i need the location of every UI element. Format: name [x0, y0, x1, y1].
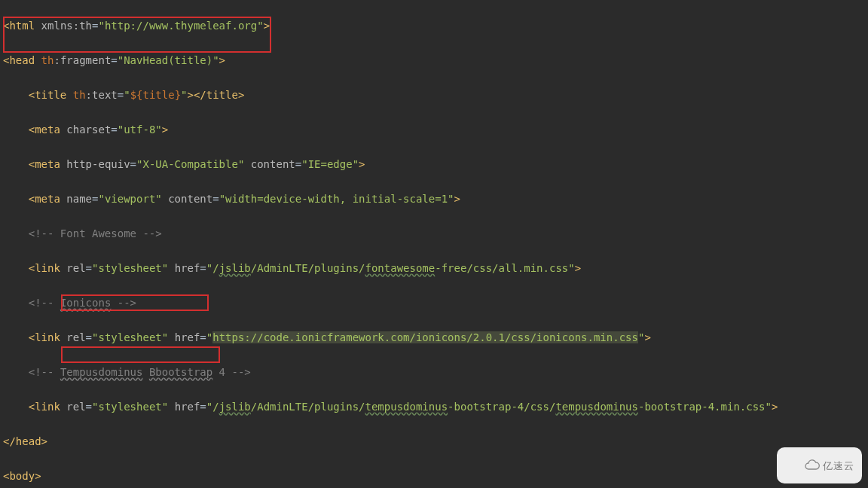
code-line: <!-- Font Awesome -->	[3, 225, 865, 242]
code-line: <meta name="viewport" content="width=dev…	[3, 191, 865, 208]
code-line: <meta http-equiv="X-UA-Compatible" conte…	[3, 156, 865, 173]
watermark: 亿速云	[777, 447, 862, 483]
watermark-text: 亿速云	[823, 457, 854, 474]
code-editor[interactable]: <html xmlns:th="http://www.thymeleaf.org…	[0, 0, 868, 488]
code-line: <html xmlns:th="http://www.thymeleaf.org…	[3, 17, 865, 35]
cloud-icon	[783, 449, 820, 482]
code-line: <link rel="stylesheet" href="/jslib/Admi…	[3, 398, 865, 416]
code-line: <link rel="stylesheet" href="https://cod…	[3, 329, 865, 346]
highlight-box-navfooter	[61, 346, 220, 363]
code-line: </head>	[3, 433, 865, 450]
code-line: <!-- Ionicons -->	[3, 294, 865, 312]
code-line: <link rel="stylesheet" href="/jslib/Admi…	[3, 260, 865, 277]
code-line: <meta charset="utf-8">	[3, 121, 865, 139]
code-line: <title th:text="${title}"></title>	[3, 87, 865, 104]
code-line: <head th:fragment="NavHead(title)">	[3, 52, 865, 69]
code-line: <body>	[3, 468, 865, 485]
code-line: <!-- Tempusdominus Bbootstrap 4 -->	[3, 364, 865, 381]
